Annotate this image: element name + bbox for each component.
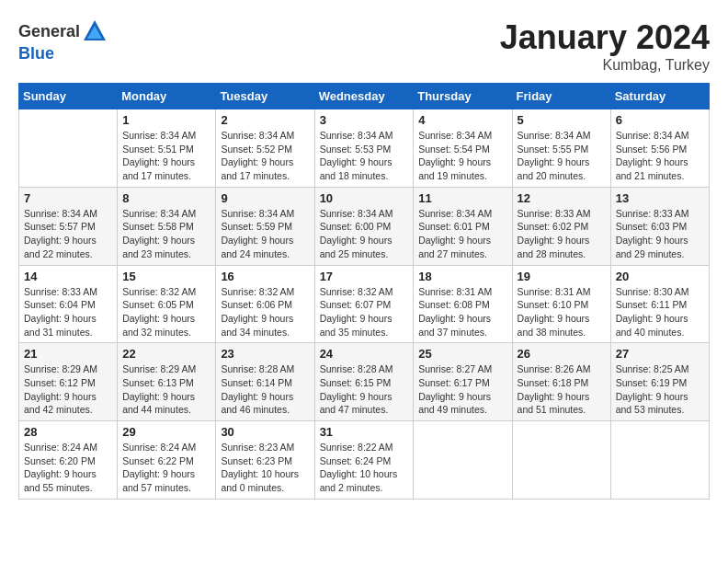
weekday-header: Sunday (19, 84, 118, 109)
location: Kumbag, Turkey (500, 57, 710, 74)
cell-info: Sunrise: 8:34 AMSunset: 5:57 PMDaylight:… (24, 207, 112, 261)
logo-general-text: General (18, 22, 80, 41)
calendar-week-row: 14Sunrise: 8:33 AMSunset: 6:04 PMDayligh… (19, 265, 710, 343)
calendar-cell: 2Sunrise: 8:34 AMSunset: 5:52 PMDaylight… (216, 109, 314, 188)
calendar-week-row: 28Sunrise: 8:24 AMSunset: 6:20 PMDayligh… (19, 421, 710, 500)
weekday-header: Tuesday (216, 84, 314, 109)
cell-info: Sunrise: 8:22 AMSunset: 6:24 PMDaylight:… (320, 441, 409, 495)
logo: General Blue (18, 18, 108, 63)
calendar-week-row: 7Sunrise: 8:34 AMSunset: 5:57 PMDaylight… (19, 187, 710, 265)
calendar-cell: 6Sunrise: 8:34 AMSunset: 5:56 PMDaylight… (610, 109, 709, 188)
day-number: 31 (320, 425, 409, 439)
day-number: 2 (221, 113, 309, 127)
day-number: 28 (24, 425, 112, 439)
calendar-cell: 12Sunrise: 8:33 AMSunset: 6:02 PMDayligh… (512, 187, 610, 265)
day-number: 19 (518, 270, 606, 283)
calendar-cell: 3Sunrise: 8:34 AMSunset: 5:53 PMDaylight… (314, 109, 414, 188)
cell-info: Sunrise: 8:28 AMSunset: 6:15 PMDaylight:… (320, 362, 409, 417)
cell-info: Sunrise: 8:32 AMSunset: 6:05 PMDaylight:… (122, 285, 210, 339)
day-number: 16 (221, 270, 309, 283)
day-number: 18 (418, 270, 506, 283)
day-number: 25 (418, 347, 506, 361)
cell-info: Sunrise: 8:34 AMSunset: 5:55 PMDaylight:… (518, 129, 606, 183)
cell-info: Sunrise: 8:24 AMSunset: 6:20 PMDaylight:… (24, 441, 112, 495)
cell-info: Sunrise: 8:27 AMSunset: 6:17 PMDaylight:… (418, 362, 506, 417)
day-number: 13 (616, 191, 704, 205)
cell-info: Sunrise: 8:33 AMSunset: 6:02 PMDaylight:… (518, 207, 606, 261)
calendar-cell: 5Sunrise: 8:34 AMSunset: 5:55 PMDaylight… (512, 109, 610, 188)
logo-icon (82, 18, 108, 44)
day-number: 1 (122, 113, 210, 127)
day-number: 27 (616, 347, 704, 361)
calendar-cell: 27Sunrise: 8:25 AMSunset: 6:19 PMDayligh… (610, 343, 709, 421)
calendar-cell (512, 421, 610, 500)
calendar-cell (19, 109, 118, 188)
day-number: 22 (122, 347, 210, 361)
cell-info: Sunrise: 8:23 AMSunset: 6:23 PMDaylight:… (221, 441, 309, 495)
day-number: 12 (518, 191, 606, 205)
day-number: 3 (320, 113, 409, 127)
calendar-cell (610, 421, 709, 500)
day-number: 10 (320, 191, 409, 205)
day-number: 26 (518, 347, 606, 361)
cell-info: Sunrise: 8:34 AMSunset: 5:53 PMDaylight:… (320, 129, 409, 183)
cell-info: Sunrise: 8:34 AMSunset: 5:52 PMDaylight:… (221, 129, 309, 183)
day-number: 4 (418, 113, 506, 127)
weekday-header: Monday (118, 84, 216, 109)
weekday-header: Wednesday (314, 84, 414, 109)
cell-info: Sunrise: 8:28 AMSunset: 6:14 PMDaylight:… (221, 362, 309, 417)
calendar-cell: 9Sunrise: 8:34 AMSunset: 5:59 PMDaylight… (216, 187, 314, 265)
calendar-week-row: 21Sunrise: 8:29 AMSunset: 6:12 PMDayligh… (19, 343, 710, 421)
cell-info: Sunrise: 8:34 AMSunset: 5:51 PMDaylight:… (122, 129, 210, 183)
cell-info: Sunrise: 8:29 AMSunset: 6:13 PMDaylight:… (122, 362, 210, 417)
cell-info: Sunrise: 8:34 AMSunset: 5:54 PMDaylight:… (418, 129, 506, 183)
day-number: 9 (221, 191, 309, 205)
weekday-header: Saturday (610, 84, 709, 109)
day-number: 8 (122, 191, 210, 205)
cell-info: Sunrise: 8:33 AMSunset: 6:04 PMDaylight:… (24, 285, 112, 339)
cell-info: Sunrise: 8:32 AMSunset: 6:06 PMDaylight:… (221, 285, 309, 339)
calendar-cell: 17Sunrise: 8:32 AMSunset: 6:07 PMDayligh… (314, 265, 414, 343)
calendar-cell: 16Sunrise: 8:32 AMSunset: 6:06 PMDayligh… (216, 265, 314, 343)
calendar-cell: 1Sunrise: 8:34 AMSunset: 5:51 PMDaylight… (118, 109, 216, 188)
day-number: 29 (122, 425, 210, 439)
day-number: 11 (418, 191, 506, 205)
calendar-cell: 18Sunrise: 8:31 AMSunset: 6:08 PMDayligh… (414, 265, 512, 343)
day-number: 7 (24, 191, 112, 205)
calendar-cell: 4Sunrise: 8:34 AMSunset: 5:54 PMDaylight… (414, 109, 512, 188)
day-number: 20 (616, 270, 704, 283)
cell-info: Sunrise: 8:29 AMSunset: 6:12 PMDaylight:… (24, 362, 112, 417)
day-number: 5 (518, 113, 606, 127)
calendar-cell: 22Sunrise: 8:29 AMSunset: 6:13 PMDayligh… (118, 343, 216, 421)
day-number: 21 (24, 347, 112, 361)
calendar-cell (414, 421, 512, 500)
cell-info: Sunrise: 8:26 AMSunset: 6:18 PMDaylight:… (518, 362, 606, 417)
calendar-table: SundayMondayTuesdayWednesdayThursdayFrid… (18, 83, 710, 500)
month-title: January 2024 (500, 18, 710, 57)
day-number: 14 (24, 270, 112, 283)
calendar-week-row: 1Sunrise: 8:34 AMSunset: 5:51 PMDaylight… (19, 109, 710, 188)
logo-blue-text: Blue (18, 44, 54, 63)
day-number: 15 (122, 270, 210, 283)
page-header: General Blue January 2024 Kumbag, Turkey (18, 18, 710, 74)
day-number: 17 (320, 270, 409, 283)
cell-info: Sunrise: 8:34 AMSunset: 5:59 PMDaylight:… (221, 207, 309, 261)
calendar-cell: 19Sunrise: 8:31 AMSunset: 6:10 PMDayligh… (512, 265, 610, 343)
cell-info: Sunrise: 8:31 AMSunset: 6:10 PMDaylight:… (518, 285, 606, 339)
calendar-cell: 7Sunrise: 8:34 AMSunset: 5:57 PMDaylight… (19, 187, 118, 265)
title-block: January 2024 Kumbag, Turkey (500, 18, 710, 74)
calendar-cell: 28Sunrise: 8:24 AMSunset: 6:20 PMDayligh… (19, 421, 118, 500)
cell-info: Sunrise: 8:34 AMSunset: 6:00 PMDaylight:… (320, 207, 409, 261)
weekday-header: Friday (512, 84, 610, 109)
calendar-cell: 31Sunrise: 8:22 AMSunset: 6:24 PMDayligh… (314, 421, 414, 500)
calendar-cell: 26Sunrise: 8:26 AMSunset: 6:18 PMDayligh… (512, 343, 610, 421)
day-number: 30 (221, 425, 309, 439)
cell-info: Sunrise: 8:33 AMSunset: 6:03 PMDaylight:… (616, 207, 704, 261)
calendar-cell: 10Sunrise: 8:34 AMSunset: 6:00 PMDayligh… (314, 187, 414, 265)
calendar-cell: 14Sunrise: 8:33 AMSunset: 6:04 PMDayligh… (19, 265, 118, 343)
cell-info: Sunrise: 8:32 AMSunset: 6:07 PMDaylight:… (320, 285, 409, 339)
calendar-cell: 13Sunrise: 8:33 AMSunset: 6:03 PMDayligh… (610, 187, 709, 265)
calendar-cell: 29Sunrise: 8:24 AMSunset: 6:22 PMDayligh… (118, 421, 216, 500)
cell-info: Sunrise: 8:30 AMSunset: 6:11 PMDaylight:… (616, 285, 704, 339)
cell-info: Sunrise: 8:34 AMSunset: 5:58 PMDaylight:… (122, 207, 210, 261)
